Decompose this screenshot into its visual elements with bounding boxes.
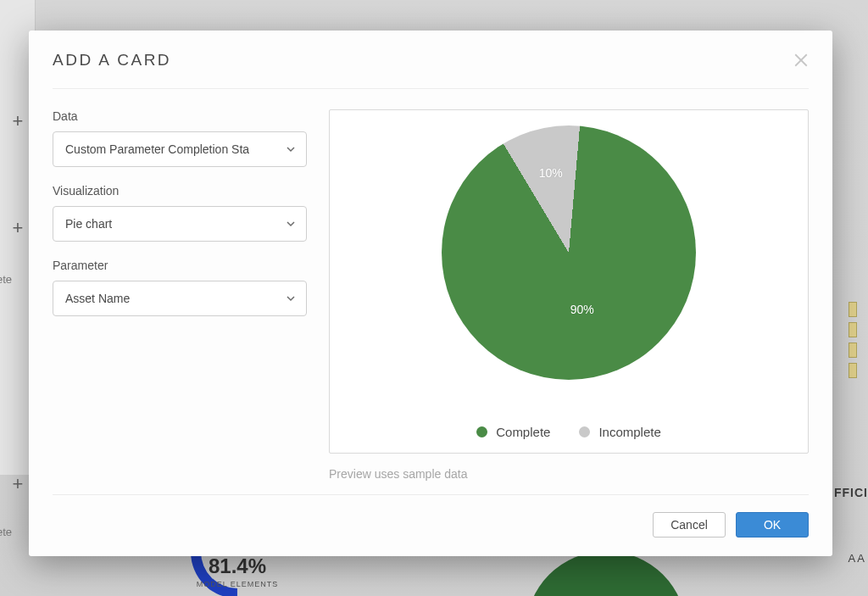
close-button[interactable]: [793, 53, 809, 68]
bg-add-button-3: +: [7, 473, 29, 495]
preview-pane: 90%10% CompleteIncomplete: [329, 109, 809, 454]
legend-label: Incomplete: [598, 425, 660, 439]
pie-chart-graphic: 90%10%: [442, 125, 696, 380]
bg-gauge-sub: MODEL ELEMENTS: [170, 580, 305, 588]
chevron-down-icon: [286, 293, 296, 304]
bg-pie-shadow: [526, 551, 687, 596]
select-visualization-value: Pie chart: [65, 217, 112, 231]
modal-title: ADD A CARD: [53, 51, 171, 70]
form-column: Data Custom Parameter Completion Sta Vis…: [53, 109, 307, 481]
add-card-modal: ADD A CARD Data Custom Parameter Complet…: [29, 31, 832, 556]
select-parameter-value: Asset Name: [65, 292, 130, 305]
legend-label: Complete: [496, 425, 550, 439]
field-parameter: Parameter Asset Name: [53, 259, 307, 316]
preview-column: 90%10% CompleteIncomplete Preview uses s…: [329, 109, 809, 481]
bg-right-a: A A: [848, 551, 865, 566]
ok-button-label: OK: [764, 518, 781, 532]
bg-gauge-percent: 81.4%: [170, 554, 305, 578]
pie-slice-label: 90%: [570, 303, 594, 316]
pie-slice-label: 10%: [539, 166, 563, 180]
cancel-button[interactable]: Cancel: [653, 512, 726, 538]
modal-footer: Cancel OK: [53, 494, 809, 538]
select-data-value: Custom Parameter Completion Sta: [65, 142, 249, 156]
field-visualization: Visualization Pie chart: [53, 184, 307, 242]
legend-swatch: [579, 426, 590, 437]
chevron-down-icon: [286, 144, 296, 154]
label-visualization: Visualization: [53, 184, 307, 198]
close-icon: [793, 53, 809, 68]
select-data[interactable]: Custom Parameter Completion Sta: [53, 131, 307, 167]
bg-add-button-1: +: [7, 110, 29, 132]
chevron-down-icon: [286, 219, 296, 229]
modal-body: Data Custom Parameter Completion Sta Vis…: [53, 89, 809, 481]
modal-header: ADD A CARD: [53, 51, 809, 89]
bg-text-ete-1: ete: [0, 273, 12, 286]
bg-text-ete-2: ete: [0, 526, 12, 538]
field-data: Data Custom Parameter Completion Sta: [53, 109, 307, 167]
select-parameter[interactable]: Asset Name: [53, 281, 307, 316]
label-data: Data: [53, 109, 307, 123]
cancel-button-label: Cancel: [670, 518, 708, 532]
legend-swatch: [476, 426, 487, 437]
preview-note: Preview uses sample data: [329, 467, 809, 481]
bg-add-button-2: +: [7, 217, 29, 239]
select-visualization[interactable]: Pie chart: [53, 206, 307, 242]
bg-side-cards: [837, 297, 868, 466]
legend-item: Complete: [476, 425, 550, 439]
label-parameter: Parameter: [53, 259, 307, 272]
legend-item: Incomplete: [579, 425, 660, 439]
chart-legend: CompleteIncomplete: [330, 425, 808, 439]
pie-chart: 90%10%: [330, 125, 808, 380]
ok-button[interactable]: OK: [736, 512, 809, 538]
